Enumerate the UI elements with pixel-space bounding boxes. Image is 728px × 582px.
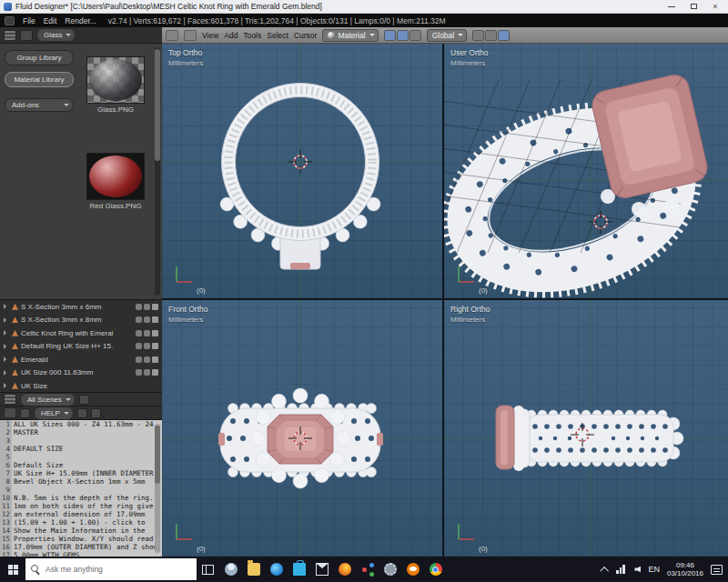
expand-icon[interactable] (4, 370, 9, 376)
outliner-row[interactable]: UK Size (0, 379, 162, 393)
manipulator-translate-icon[interactable] (384, 30, 396, 41)
action-center-icon[interactable] (711, 565, 723, 575)
text-editor[interactable]: 1ALL UK Sizes 000 - Z4 11.63mm - 24 2MAS… (0, 420, 162, 557)
taskbar-mail[interactable] (310, 557, 333, 582)
text-block-dropdown[interactable]: HELP (34, 406, 74, 420)
taskbar-settings[interactable] (379, 557, 401, 582)
eye-icon[interactable] (136, 369, 142, 376)
menu-render[interactable]: Render... (65, 16, 96, 25)
eye-icon[interactable] (136, 316, 142, 323)
expand-icon[interactable] (4, 330, 9, 336)
glass-material-preview[interactable] (86, 56, 145, 104)
cursor-icon[interactable] (144, 304, 150, 310)
viewport-right-ortho[interactable]: Right Ortho Millimeters (0) (444, 300, 728, 557)
expand-icon[interactable] (4, 344, 9, 349)
eye-icon[interactable] (136, 356, 142, 363)
cursor-icon[interactable] (144, 316, 150, 323)
snap-element-icon[interactable] (485, 30, 497, 41)
material-library-button[interactable]: Material Library (5, 72, 74, 87)
language-indicator[interactable]: EN (648, 565, 660, 574)
close-button[interactable]: × (706, 1, 724, 13)
shading-dropdown[interactable]: Material (322, 29, 378, 42)
taskbar-blender[interactable] (401, 557, 424, 582)
taskbar-chrome[interactable] (424, 557, 447, 582)
viewport-editor-icon[interactable] (166, 30, 178, 41)
camera-icon[interactable] (152, 316, 158, 323)
scenes-dropdown[interactable]: All Scenes (20, 393, 76, 406)
material-thumb-red-glass[interactable]: Red Glass.PNG (84, 153, 147, 210)
search-input[interactable] (46, 565, 191, 574)
task-view-button[interactable] (197, 557, 219, 582)
add-menu[interactable]: Add (224, 31, 238, 40)
expand-icon[interactable] (4, 383, 9, 388)
addons-dropdown[interactable]: Add-ons (5, 98, 74, 112)
start-button[interactable] (0, 557, 25, 582)
library-scrollbar[interactable] (155, 47, 160, 296)
menu-edit[interactable]: Edit (44, 16, 57, 25)
cursor-icon[interactable] (144, 356, 150, 363)
outliner-row[interactable]: Emerald (0, 353, 162, 366)
view-menu[interactable]: View (202, 31, 218, 40)
material-thumb-glass[interactable]: Glass.PNG (84, 56, 147, 114)
tray-expand-icon[interactable] (601, 566, 610, 575)
camera-icon[interactable] (152, 356, 158, 363)
render-ao-icon[interactable] (498, 30, 510, 41)
network-icon[interactable] (616, 565, 627, 574)
group-library-button[interactable]: Group Library (5, 50, 74, 65)
volume-icon[interactable] (634, 567, 641, 573)
tools-menu[interactable]: Tools (243, 31, 261, 40)
maximize-button[interactable] (684, 1, 703, 13)
search-icon[interactable] (79, 395, 89, 405)
text-browse-icon[interactable] (20, 408, 30, 418)
outliner-row[interactable]: S X-Section 3mm x 8mm (0, 314, 162, 327)
outliner-row[interactable]: Celtic Knot Ring with Emeral (0, 326, 162, 340)
cursor-icon[interactable] (144, 369, 150, 376)
snap-magnet-icon[interactable] (472, 30, 484, 41)
text-editor-scrollbar[interactable] (155, 424, 160, 553)
expand-icon[interactable] (4, 317, 9, 323)
taskbar-file-explorer[interactable] (242, 557, 265, 582)
cursor-icon[interactable] (144, 343, 150, 349)
clock[interactable]: 09:46 03/10/2016 (667, 561, 703, 577)
text-editor-icon[interactable] (4, 407, 16, 418)
camera-icon[interactable] (152, 304, 158, 310)
new-text-icon[interactable] (77, 408, 87, 418)
orientation-dropdown[interactable]: Global (427, 29, 468, 42)
manipulator-rotate-icon[interactable] (397, 30, 409, 41)
outliner-editor-icon[interactable] (4, 394, 16, 405)
taskbar-search[interactable] (25, 558, 197, 580)
view-unit: Millimeters (168, 58, 203, 69)
viewport-user-ortho[interactable]: User Ortho Millimeters (0) (444, 44, 728, 299)
camera-icon[interactable] (152, 343, 158, 349)
eye-icon[interactable] (136, 304, 142, 310)
eye-icon[interactable] (136, 330, 142, 336)
pin-icon[interactable] (20, 30, 33, 41)
taskbar-store[interactable] (288, 557, 310, 582)
blender-logo-icon[interactable] (5, 16, 15, 25)
layout-icon[interactable] (184, 30, 197, 41)
camera-icon[interactable] (152, 369, 158, 376)
select-menu[interactable]: Select (267, 31, 288, 40)
taskbar-people[interactable] (219, 557, 242, 582)
outliner-row[interactable]: Default Ring UK Size H+ 15. (0, 340, 162, 354)
outliner-row[interactable]: UK Size 000 11.63mm (0, 366, 162, 380)
menu-file[interactable]: File (23, 16, 35, 25)
taskbar-edge[interactable] (265, 557, 288, 582)
cursor-menu[interactable]: Cursor (294, 31, 318, 40)
material-selector[interactable]: Glass (36, 28, 76, 42)
taskbar-share[interactable] (356, 557, 379, 582)
unlink-icon[interactable] (91, 408, 101, 418)
viewport-top-ortho[interactable]: Top Ortho Millimeters (0) (162, 44, 443, 299)
red-glass-material-preview[interactable] (86, 153, 145, 200)
editor-type-icon[interactable] (4, 30, 16, 41)
expand-icon[interactable] (4, 304, 9, 309)
camera-icon[interactable] (152, 330, 158, 336)
minimize-button[interactable] (662, 1, 681, 13)
cursor-icon[interactable] (144, 330, 150, 336)
outliner-row[interactable]: S X-Section 3mm x 6mm (0, 300, 162, 314)
taskbar-firefox[interactable] (333, 557, 356, 582)
expand-icon[interactable] (4, 356, 9, 362)
eye-icon[interactable] (136, 343, 142, 349)
viewport-front-ortho[interactable]: Front Ortho Millimeters (0) (162, 300, 443, 557)
manipulator-scale-icon[interactable] (410, 30, 421, 41)
